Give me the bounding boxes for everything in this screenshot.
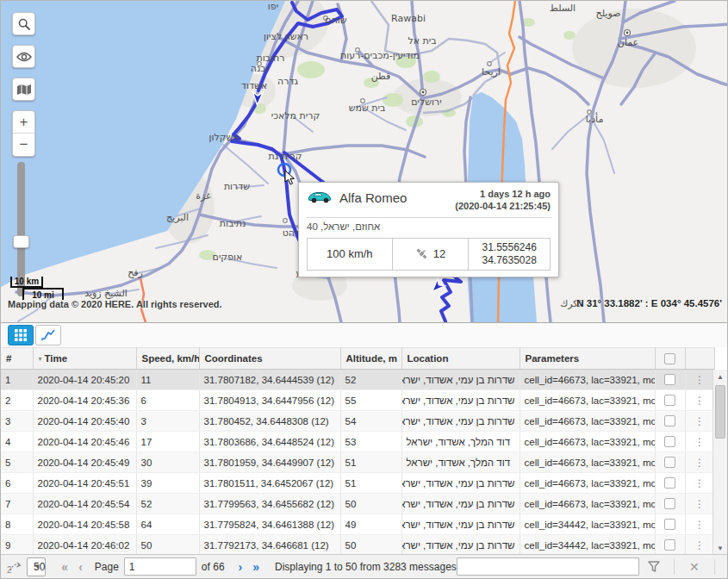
table-scrollbar[interactable]: ▲ ▼	[712, 370, 727, 554]
cell-parameters[interactable]: cell_id=34442, lac=33921, mc	[520, 514, 655, 535]
row-menu-icon[interactable]: ⋮	[685, 473, 714, 494]
last-page-button[interactable]: »	[247, 560, 264, 574]
cell-coordinates[interactable]: 31.7804913, 34.6447956 (12)	[199, 390, 340, 411]
cell-altitude[interactable]: 50	[340, 494, 401, 514]
cell-time[interactable]: 2020-04-14 20:45:54	[33, 494, 136, 514]
page-number-input[interactable]	[124, 557, 196, 576]
layers-button[interactable]	[12, 78, 35, 101]
row-menu-icon[interactable]: ⋮	[685, 411, 714, 432]
first-page-button[interactable]: «	[56, 560, 73, 574]
table-row[interactable]: 72020-04-14 20:45:545231.7799563, 34.645…	[1, 494, 714, 514]
cell-parameters[interactable]: cell_id=34442, lac=33921, mc	[520, 535, 655, 555]
cell-coordinates[interactable]: 31.7803686, 34.6448524 (12)	[199, 432, 340, 452]
cell-location[interactable]: שדרות בן עמי, אשדוד, ישראל	[401, 411, 520, 432]
cell-coordinates[interactable]: 31.7801511, 34.6452067 (12)	[199, 473, 340, 494]
row-checkbox[interactable]	[655, 390, 685, 411]
next-page-button[interactable]: ›	[233, 560, 248, 574]
page-size-select[interactable]: 50 ▼	[27, 557, 46, 576]
cell-speed[interactable]: 17	[136, 432, 199, 452]
cell-time[interactable]: 2020-04-14 20:45:58	[33, 514, 136, 535]
row-menu-icon[interactable]: ⋮	[685, 535, 714, 555]
cell-coordinates[interactable]: 31.7792173, 34.646681 (12)	[199, 535, 340, 555]
row-checkbox[interactable]	[655, 473, 685, 494]
cell-speed[interactable]: 64	[136, 514, 199, 535]
cell-speed[interactable]: 39	[136, 473, 199, 494]
cell-coordinates[interactable]: 31.7799563, 34.6455682 (12)	[199, 494, 340, 514]
goto-message-icon[interactable]: 2	[6, 557, 23, 576]
row-menu-icon[interactable]: ⋮	[685, 370, 714, 390]
cell-time[interactable]: 2020-04-14 20:45:36	[33, 390, 136, 411]
cell-location[interactable]: דוד המלך, אשדוד, ישראל	[401, 452, 520, 473]
cell-time[interactable]: 2020-04-14 20:45:46	[33, 432, 136, 452]
unit-popup[interactable]: Alfa Romeo 1 days 12 h ago (2020-04-14 2…	[298, 182, 559, 277]
row-menu-icon[interactable]: ⋮	[685, 432, 714, 452]
more-options-button[interactable]: ⋮	[720, 557, 727, 576]
cell-coordinates[interactable]: 31.7801959, 34.6449907 (12)	[199, 452, 340, 473]
cell-speed[interactable]: 30	[136, 452, 199, 473]
cell-time[interactable]: 2020-04-14 20:45:20	[33, 370, 136, 390]
zoom-slider-thumb[interactable]	[13, 235, 29, 248]
cell-parameters[interactable]: cell_id=46673, lac=33921, mc	[520, 390, 655, 411]
scroll-down-icon[interactable]: ▼	[713, 541, 727, 554]
zoom-out-button[interactable]: −	[13, 134, 34, 156]
cell-altitude[interactable]: 51	[340, 473, 401, 494]
row-checkbox[interactable]	[655, 494, 685, 514]
prev-page-button[interactable]: ‹	[73, 560, 88, 574]
cell-location[interactable]: דוד המלך, אשדוד, ישראל	[401, 432, 520, 452]
filter-input[interactable]	[457, 557, 639, 576]
visibility-button[interactable]	[12, 45, 35, 68]
col-speed[interactable]: Speed, km/h	[136, 348, 199, 370]
tab-messages-chart[interactable]	[35, 325, 61, 346]
table-row[interactable]: 52020-04-14 20:45:493031.7801959, 34.644…	[1, 452, 714, 473]
cell-location[interactable]: שדרות בן עמי, אשדוד, ישראל	[401, 514, 520, 535]
cell-location[interactable]: שדרות בן עמי, אשדוד, ישראל	[401, 535, 520, 555]
row-checkbox[interactable]	[655, 370, 685, 390]
cell-parameters[interactable]: cell_id=46673, lac=33921, mc	[520, 473, 655, 494]
table-row[interactable]: 92020-04-14 20:46:025031.7792173, 34.646…	[1, 535, 714, 555]
row-checkbox[interactable]	[655, 535, 685, 555]
row-checkbox[interactable]	[655, 432, 685, 452]
cell-location[interactable]: שדרות בן עמי, אשדוד, ישראל	[401, 370, 520, 390]
row-menu-icon[interactable]: ⋮	[685, 494, 714, 514]
row-menu-icon[interactable]: ⋮	[685, 390, 714, 411]
cell-parameters[interactable]: cell_id=46673, lac=33921, mc	[520, 494, 655, 514]
cell-speed[interactable]: 50	[136, 535, 199, 555]
table-row[interactable]: 32020-04-14 20:45:40331.780452, 34.64483…	[1, 411, 714, 432]
cell-location[interactable]: שדרות בן עמי, אשדוד, ישראל	[401, 494, 520, 514]
col-altitude[interactable]: Altitude, m	[340, 348, 401, 370]
row-checkbox[interactable]	[655, 514, 685, 535]
cell-parameters[interactable]: cell_id=46673, lac=33921, mc	[520, 370, 655, 390]
clear-filter-button[interactable]: ✕	[680, 557, 709, 576]
row-menu-icon[interactable]: ⋮	[685, 452, 714, 473]
cell-time[interactable]: 2020-04-14 20:46:02	[33, 535, 136, 555]
table-row[interactable]: 12020-04-14 20:45:201131.7807182, 34.644…	[1, 370, 714, 390]
cell-altitude[interactable]: 53	[340, 432, 401, 452]
cell-time[interactable]: 2020-04-14 20:45:51	[33, 473, 136, 494]
cell-parameters[interactable]: cell_id=46673, lac=33921, mc	[520, 452, 655, 473]
col-time[interactable]: ▾Time	[33, 348, 136, 370]
cell-location[interactable]: שדרות בן עמי, אשדוד, ישראל	[401, 390, 520, 411]
cell-altitude[interactable]: 54	[340, 411, 401, 432]
cell-coordinates[interactable]: 31.780452, 34.6448308 (12)	[199, 411, 340, 432]
map-panel[interactable]: יפושוהםRawabiראשון לציוןבית אלרחובותמודי…	[1, 1, 727, 322]
table-row[interactable]: 82020-04-14 20:45:586431.7795824, 34.646…	[1, 514, 714, 535]
cell-location[interactable]: שדרות בן עמי, אשדוד, ישראל	[401, 473, 520, 494]
col-select-all[interactable]	[655, 348, 685, 370]
cell-altitude[interactable]: 50	[340, 535, 401, 555]
scroll-up-icon[interactable]: ▲	[713, 370, 727, 383]
cell-time[interactable]: 2020-04-14 20:45:40	[33, 411, 136, 432]
scrollbar-thumb[interactable]	[715, 385, 725, 439]
cell-speed[interactable]: 6	[136, 390, 199, 411]
cell-parameters[interactable]: cell_id=46673, lac=33921, mc	[520, 432, 655, 452]
cell-coordinates[interactable]: 31.7807182, 34.6444539 (12)	[199, 370, 340, 390]
tab-messages-table[interactable]	[8, 325, 34, 346]
col-coordinates[interactable]: Coordinates	[199, 348, 340, 370]
cell-coordinates[interactable]: 31.7795824, 34.6461388 (12)	[199, 514, 340, 535]
cell-altitude[interactable]: 52	[340, 370, 401, 390]
filter-button[interactable]	[639, 557, 669, 576]
table-row[interactable]: 22020-04-14 20:45:36631.7804913, 34.6447…	[1, 390, 714, 411]
table-row[interactable]: 42020-04-14 20:45:461731.7803686, 34.644…	[1, 432, 714, 452]
cell-speed[interactable]: 11	[136, 370, 199, 390]
cell-speed[interactable]: 52	[136, 494, 199, 514]
cell-altitude[interactable]: 51	[340, 452, 401, 473]
